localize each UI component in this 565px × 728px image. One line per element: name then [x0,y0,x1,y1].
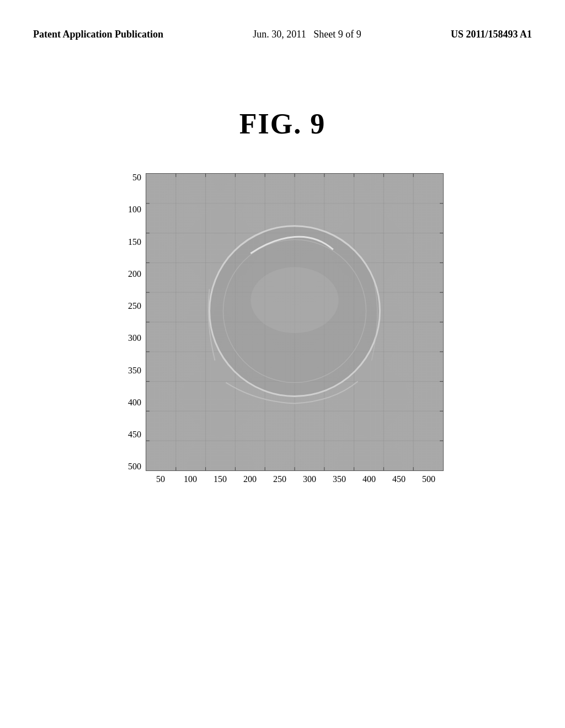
y-label-50: 50 [132,173,141,182]
header-publication-label: Patent Application Publication [33,28,163,41]
y-label-350: 350 [128,366,141,375]
y-label-150: 150 [128,238,141,247]
y-label-100: 100 [128,205,141,214]
header-date: Jun. 30, 2011 [253,29,306,40]
x-label-200: 200 [235,474,265,484]
header-patent-number: US 2011/158493 A1 [451,28,532,41]
y-label-250: 250 [128,302,141,311]
plot-svg [146,174,443,470]
y-label-450: 450 [128,430,141,439]
x-label-350: 350 [324,474,354,484]
y-label-500: 500 [128,462,141,471]
figure-title: FIG. 9 [0,108,565,140]
y-axis-labels: 50 100 150 200 250 300 350 400 450 500 [128,173,141,471]
svg-point-61 [250,267,338,334]
y-label-400: 400 [128,398,141,407]
chart-container: 50 100 150 200 250 300 350 400 450 500 [128,173,470,484]
x-label-100: 100 [175,474,205,484]
x-label-400: 400 [354,474,384,484]
header-date-sheet: Jun. 30, 2011 Sheet 9 of 9 [253,28,361,41]
chart-area: 50 100 150 200 250 300 350 400 450 500 [128,173,470,484]
x-label-50: 50 [146,474,175,484]
y-label-300: 300 [128,334,141,342]
x-label-500: 500 [414,474,444,484]
x-label-450: 450 [384,474,414,484]
page-header: Patent Application Publication Jun. 30, … [0,0,565,41]
x-axis-labels: 50 100 150 200 250 300 350 400 450 500 [146,474,444,484]
x-label-250: 250 [265,474,295,484]
header-sheet: Sheet 9 of 9 [313,29,361,40]
plot-canvas [146,173,444,471]
x-label-300: 300 [295,474,324,484]
plot-wrapper: 50 100 150 200 250 300 350 400 450 500 [146,173,444,484]
x-label-150: 150 [205,474,235,484]
y-label-200: 200 [128,270,141,279]
